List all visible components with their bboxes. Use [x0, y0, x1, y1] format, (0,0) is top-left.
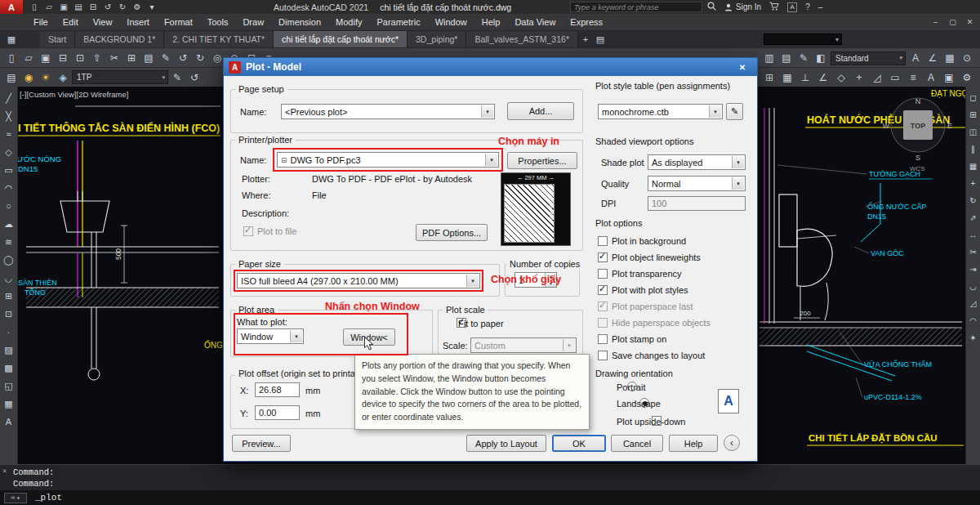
- autodesk-app-icon[interactable]: A: [787, 2, 797, 12]
- paper-size-combo[interactable]: ISO full bleed A4 (297.00 x 210.00 MM) ▾: [237, 273, 480, 288]
- ellipse-arc-icon[interactable]: ◡: [2, 270, 16, 285]
- spline-icon[interactable]: ≋: [2, 235, 16, 249]
- keyboard-icon[interactable]: ⌨ ▾: [4, 493, 27, 503]
- minimize-icon[interactable]: –: [818, 2, 823, 11]
- less-options-button[interactable]: ‹: [724, 435, 740, 451]
- multiline-text-icon[interactable]: A: [2, 414, 16, 429]
- settings-gear-icon[interactable]: ⚙: [959, 69, 975, 86]
- table-icon[interactable]: ▦: [2, 396, 16, 411]
- ortho-icon[interactable]: ⊥: [797, 69, 813, 86]
- copy-object-icon[interactable]: ⊞: [967, 108, 980, 121]
- new-icon[interactable]: ▯: [3, 50, 20, 66]
- layer-lock-icon[interactable]: ◈: [55, 69, 71, 86]
- checkbox[interactable]: [598, 334, 608, 344]
- scale-icon[interactable]: ⇗: [967, 211, 980, 224]
- polar-icon[interactable]: ∠: [815, 69, 831, 86]
- file-tab[interactable]: 3D_piping*: [408, 31, 466, 47]
- search-icon[interactable]: [707, 2, 716, 12]
- plot-preview-icon[interactable]: ⊡: [72, 50, 88, 66]
- qnew-icon[interactable]: ▯: [28, 1, 41, 13]
- menu-item[interactable]: Modify: [328, 14, 369, 31]
- line-tool-icon[interactable]: ╱: [2, 91, 16, 105]
- file-tab[interactable]: Ball_valves_ASTM_316*: [466, 31, 578, 47]
- cancel-button[interactable]: Cancel: [611, 435, 663, 452]
- menu-item[interactable]: Draw: [235, 14, 271, 31]
- command-window[interactable]: ✕ Command: Command:: [0, 464, 980, 490]
- sheet-set-manager-icon[interactable]: ▤: [778, 50, 795, 66]
- plot-option-row[interactable]: Hide paperspace objects: [598, 315, 749, 331]
- file-tab[interactable]: BACKGROUND 1*: [75, 31, 164, 47]
- trim-icon[interactable]: ✂: [967, 245, 980, 258]
- stretch-icon[interactable]: ↔: [967, 228, 980, 241]
- add-page-setup-button[interactable]: Add...: [507, 102, 574, 120]
- tab-grid-icon[interactable]: ▦: [4, 31, 19, 47]
- checkbox[interactable]: [598, 351, 608, 360]
- dialog-title-bar[interactable]: A Plot - Model ✕: [224, 58, 757, 76]
- minimize-document-icon[interactable]: –: [929, 16, 942, 28]
- array-icon[interactable]: ▦: [967, 159, 980, 172]
- tab-overflow-box[interactable]: ▾: [764, 34, 842, 45]
- menu-item[interactable]: Insert: [119, 14, 157, 31]
- plot-option-row[interactable]: Save changes to layout: [598, 347, 749, 364]
- polygon-icon[interactable]: ◇: [2, 145, 16, 159]
- checkbox[interactable]: [598, 302, 608, 311]
- redo-icon[interactable]: ↻: [116, 1, 129, 13]
- plot-option-row[interactable]: Plot transparency: [598, 266, 749, 282]
- printer-properties-button[interactable]: Properties...: [507, 152, 577, 169]
- hatch-icon[interactable]: ▨: [2, 342, 16, 357]
- offset-y-input[interactable]: 0.00: [255, 405, 300, 420]
- offset-icon[interactable]: ∥: [967, 142, 980, 155]
- view-cube[interactable]: TOP N S W E WCS: [883, 97, 952, 172]
- printer-name-combo[interactable]: ⊟ DWG To PDF.pc3 ▾: [277, 152, 499, 168]
- store-cart-icon[interactable]: [769, 2, 779, 12]
- command-input[interactable]: _plot: [35, 493, 62, 503]
- plot-icon[interactable]: ⊟: [87, 1, 100, 13]
- apply-to-layout-button[interactable]: Apply to Layout: [466, 435, 546, 452]
- tab-list-icon[interactable]: ▤: [593, 31, 608, 47]
- menu-item[interactable]: Parametric: [369, 14, 427, 31]
- close-icon[interactable]: ✕: [2, 467, 7, 476]
- ok-button[interactable]: OK: [552, 435, 606, 452]
- open-icon[interactable]: ▱: [42, 1, 56, 13]
- revision-cloud-icon[interactable]: ☁: [2, 217, 16, 231]
- menu-item[interactable]: Tools: [200, 14, 236, 31]
- close-document-icon[interactable]: ✕: [963, 16, 977, 28]
- tool-palettes-icon[interactable]: ▥: [761, 50, 777, 66]
- markup-icon[interactable]: ✎: [795, 50, 812, 66]
- menu-item[interactable]: Window: [428, 14, 474, 31]
- gradient-icon[interactable]: ▩: [2, 360, 16, 375]
- layer-combo[interactable]: 1TP ▾: [72, 70, 168, 84]
- plot-option-row[interactable]: Plot with plot styles: [598, 282, 749, 298]
- extend-icon[interactable]: ⇥: [967, 262, 980, 275]
- save-as-icon[interactable]: ▤: [72, 1, 85, 13]
- qat-dropdown-icon[interactable]: ▾: [145, 1, 158, 13]
- infocenter-search-input[interactable]: [570, 2, 702, 12]
- explode-icon[interactable]: ✶: [967, 331, 980, 344]
- dyn-input-icon[interactable]: ▭: [887, 69, 903, 86]
- plot-option-row[interactable]: Plot paperspace last: [598, 298, 749, 315]
- polyline-icon[interactable]: ≈: [2, 127, 16, 141]
- make-block-icon[interactable]: ⊡: [2, 306, 16, 321]
- table-style-icon[interactable]: ▦: [942, 50, 958, 66]
- point-icon[interactable]: ∙: [2, 324, 16, 339]
- menu-item[interactable]: Express: [563, 14, 610, 31]
- osnap-icon[interactable]: ◇: [833, 69, 849, 86]
- region-icon[interactable]: ◱: [2, 378, 16, 393]
- zoom-icon[interactable]: ⊙: [959, 50, 975, 66]
- file-tab[interactable]: Start: [40, 31, 75, 47]
- text-style-icon[interactable]: A: [907, 50, 924, 66]
- circle-icon[interactable]: ○: [2, 199, 16, 213]
- annotation-icon[interactable]: A: [923, 69, 939, 86]
- checkbox[interactable]: [598, 285, 608, 295]
- pdf-options-button[interactable]: PDF Options...: [416, 224, 488, 241]
- open-icon[interactable]: ▱: [20, 50, 37, 66]
- move-icon[interactable]: +: [967, 177, 980, 190]
- otrack-icon[interactable]: +: [851, 69, 867, 86]
- what-to-plot-combo[interactable]: Window ▾: [237, 328, 304, 344]
- restore-document-icon[interactable]: ▢: [946, 16, 960, 28]
- checkbox[interactable]: [598, 318, 608, 328]
- menu-item[interactable]: Help: [474, 14, 508, 31]
- undo-icon[interactable]: ↺: [175, 50, 191, 66]
- edit-plot-style-button[interactable]: ✎: [726, 103, 743, 120]
- undo-icon[interactable]: ↺: [101, 1, 114, 13]
